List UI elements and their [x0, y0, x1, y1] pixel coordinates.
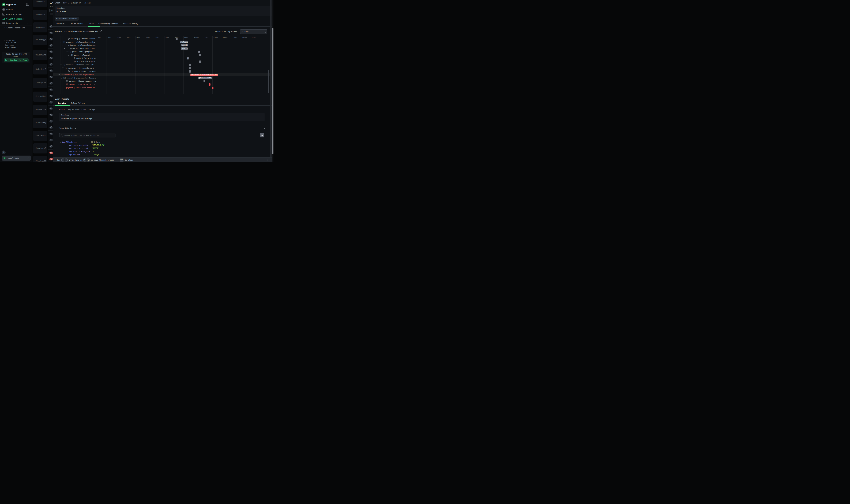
span-bar[interactable]	[199, 60, 201, 63]
create-dashboard-button[interactable]: + Create Dashboard	[4, 27, 25, 29]
pin-icon[interactable]	[49, 113, 53, 116]
pin-icon[interactable]	[49, 69, 53, 72]
session-card[interactable]: Dolly.Lubo	[33, 156, 48, 162]
tab-surrounding-context[interactable]: Surrounding Context	[96, 23, 121, 25]
span-tree-row[interactable]: (1)checkout | oteldemo.CurrencySe…	[53, 63, 151, 67]
pin-icon[interactable]	[49, 107, 53, 110]
span-tree-row[interactable]: (1)shipping | oteldemo.Shipping…	[53, 43, 151, 47]
chevron-down-icon[interactable]	[60, 64, 61, 66]
session-card[interactable]: Walton9@ho	[33, 50, 48, 60]
chevron-down-icon[interactable]	[61, 77, 62, 78]
scrollbar-thumb[interactable]	[272, 28, 273, 154]
attributes-search-input[interactable]	[64, 134, 112, 137]
sidebar-item-chart-explorer[interactable]: Chart Explorer	[0, 13, 33, 17]
tab-session-replay[interactable]: Session Replay	[121, 23, 140, 25]
edit-trace-id-icon[interactable]	[100, 30, 102, 33]
span-bar[interactable]: oteldemo.Sh	[181, 44, 188, 47]
pin-icon[interactable]	[49, 139, 53, 141]
span-bar[interactable]: oteldemo.PaymentService/Char	[191, 74, 218, 76]
session-card[interactable]: Ernesto33@	[33, 118, 48, 128]
span-bar[interactable]	[189, 64, 191, 66]
span-tree-row[interactable]: payment | Error: Visa cache ful…	[53, 86, 151, 89]
preset-item-clickhouse[interactable]: Clickhouse	[5, 41, 16, 43]
span-tree-row[interactable]: currency | Convert convers…	[53, 70, 151, 73]
get-started-button[interactable]: Get Started for Free	[4, 58, 29, 62]
span-bar[interactable]: C	[187, 57, 189, 59]
tab-overview[interactable]: Overview	[54, 23, 67, 25]
session-card[interactable]: Anonymous	[33, 0, 48, 7]
log-source-select[interactable]: Logs	[240, 30, 267, 34]
session-card[interactable]: Kieran92@h	[33, 92, 48, 102]
span-bar[interactable]: P	[198, 51, 200, 53]
pin-icon[interactable]	[49, 120, 53, 123]
span-tree-row[interactable]: (1)currency | Currency/Convert	[53, 67, 151, 70]
chevron-down-icon[interactable]	[60, 41, 61, 42]
span-tree-row[interactable]: quote | calculate-quote	[53, 60, 151, 63]
session-card[interactable]: Deion37@gm	[33, 35, 48, 45]
swap-icon[interactable]	[49, 151, 53, 154]
span-bar[interactable]: POST htt	[181, 48, 188, 50]
pin-icon[interactable]	[49, 126, 53, 129]
span-bar[interactable]	[189, 70, 191, 73]
waterfall-scrollbar[interactable]	[268, 70, 269, 93]
sidebar-item-dashboards[interactable]: Dashboards	[0, 22, 33, 25]
chevron-down-icon[interactable]	[66, 51, 68, 52]
sidebar-item-client-sessions[interactable]: Client Sessions	[0, 17, 33, 21]
collapse-section-icon[interactable]	[264, 127, 266, 129]
close-icon[interactable]	[266, 159, 269, 161]
pin-icon[interactable]	[49, 57, 53, 59]
span-bar[interactable]	[212, 87, 214, 89]
pin-icon[interactable]	[49, 44, 53, 47]
span-bar[interactable]: grpc.oteldemo.	[198, 77, 212, 79]
chevron-down-icon[interactable]	[62, 44, 64, 46]
inner-scrollbar-track[interactable]	[270, 0, 272, 157]
preset-item-kubernetes[interactable]: Kubernetes	[5, 47, 16, 49]
pin-icon[interactable]	[49, 101, 53, 104]
session-card[interactable]: Howard.Run	[33, 105, 48, 115]
span-bar[interactable]	[199, 54, 201, 56]
collapse-sidebar-icon[interactable]	[26, 3, 29, 6]
tab-trace[interactable]: Trace	[86, 23, 96, 25]
sidebar-item-search[interactable]: Search	[0, 8, 33, 12]
span-tree-row[interactable]: (1)checkout | oteldemo.PaymentServi…	[53, 73, 151, 76]
session-card[interactable]: Jonathan.B	[33, 143, 48, 154]
pin-icon[interactable]	[49, 32, 53, 34]
attributes-root-row[interactable]: ▾ SpanAttributes {} 6 keys	[60, 141, 100, 143]
session-card[interactable]: Pearl43@ho	[33, 131, 48, 141]
pin-icon[interactable]	[49, 63, 53, 66]
session-card[interactable]: Roderick_S	[33, 64, 48, 74]
span-bar[interactable]	[189, 67, 191, 69]
span-tree-row[interactable]: currency | Convert convers…	[53, 37, 151, 40]
span-bar[interactable]	[176, 38, 178, 40]
service-name-chip[interactable]: ServiceName: frontend	[55, 17, 79, 21]
span-bar[interactable]	[203, 80, 205, 82]
pin-icon[interactable]	[49, 82, 53, 85]
pin-icon[interactable]	[49, 50, 53, 53]
span-tree-row[interactable]: payment | Visa cache full: c…	[53, 83, 151, 86]
pin-icon[interactable]	[49, 76, 53, 78]
span-tree-row[interactable]: (1)shipping | POST http://quo…	[53, 47, 151, 50]
pin-icon[interactable]	[49, 38, 53, 40]
local-mode-button[interactable]: U Local mode	[2, 156, 31, 161]
chevron-down-icon[interactable]	[68, 55, 69, 56]
help-button[interactable]: ?	[2, 150, 5, 154]
event-tab-column-values[interactable]: Column Values	[69, 102, 87, 104]
event-tab-overview[interactable]: Overview	[55, 102, 69, 104]
chevron-down-icon[interactable]	[62, 68, 64, 69]
span-bar[interactable]: oteldemo.	[180, 41, 188, 43]
pin-icon[interactable]	[49, 95, 53, 97]
pin-icon[interactable]	[49, 25, 53, 28]
span-tree-row[interactable]: payment | Charge request rec…	[53, 79, 151, 83]
attributes-settings-button[interactable]	[260, 133, 264, 138]
session-card[interactable]: Shaniya.Sc	[33, 78, 48, 88]
preset-item-services[interactable]: Services	[5, 44, 14, 46]
span-tree-row[interactable]: (1)quote | POST /getquote	[53, 50, 151, 54]
pin-icon[interactable]	[49, 132, 53, 135]
terminal-icon[interactable]	[49, 158, 53, 160]
span-tree-row[interactable]: quote | Calculated q…	[53, 57, 151, 60]
span-bar[interactable]	[209, 83, 211, 86]
chevron-down-icon[interactable]	[58, 74, 60, 75]
span-tree-row[interactable]: (2)quote | {closure}	[53, 54, 151, 57]
session-card[interactable]: Anonymous	[33, 22, 48, 33]
tab-column-values[interactable]: Column Values	[67, 23, 86, 25]
